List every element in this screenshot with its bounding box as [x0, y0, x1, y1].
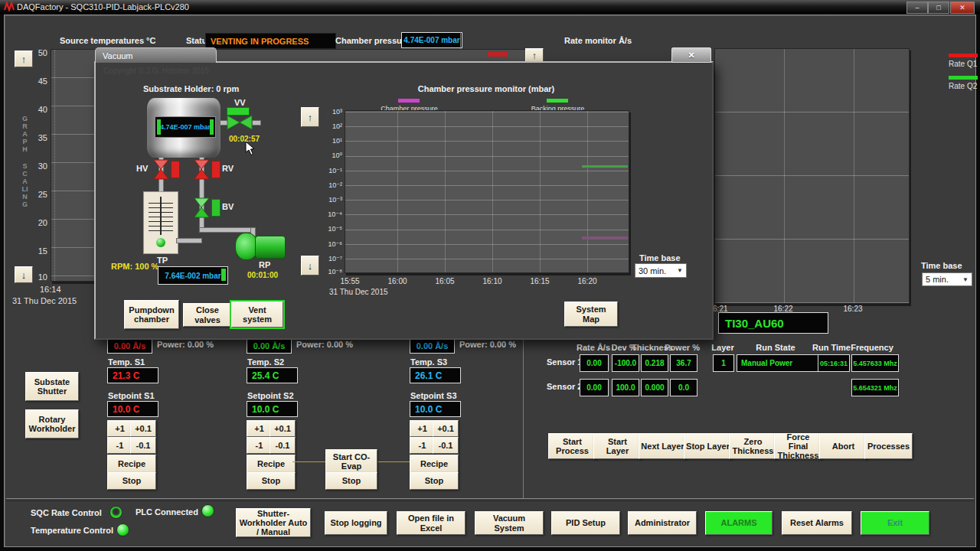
rate-q1-legend: Rate Q1	[949, 60, 977, 68]
system-map-button[interactable]: System Map	[564, 302, 618, 327]
rp-label: RP	[259, 260, 270, 269]
s2-minus01-button[interactable]: -0.1	[270, 437, 296, 454]
s1-minus1-button[interactable]: -1	[107, 437, 132, 454]
status-value: VENTING IN PROGRESS	[211, 37, 309, 46]
processes-button[interactable]: Processes	[864, 433, 913, 459]
temp-chart-date: 31 Thu Dec 2015	[12, 296, 77, 305]
s1-recipe-button[interactable]: Recipe	[107, 455, 156, 473]
administrator-button[interactable]: Administrator	[628, 511, 697, 535]
maximize-button[interactable]: □	[928, 2, 949, 14]
col-header-runstate: Run State	[745, 343, 806, 352]
stop-logging-button[interactable]: Stop logging	[325, 511, 387, 535]
pid-setup-button[interactable]: PID Setup	[551, 511, 620, 535]
chamber-display-value: 4.74E-007 mbar	[160, 123, 211, 131]
s1-rate: 0.00 Å/s	[114, 341, 146, 350]
rv-valve-label: RV	[222, 164, 234, 173]
backing-pressure-swatch	[547, 99, 568, 103]
start-process-button[interactable]: Start Process	[548, 433, 596, 459]
pressure-scale-down-button[interactable]: ↓	[301, 256, 319, 276]
next-layer-button[interactable]: Next Layer	[639, 433, 687, 459]
backing-pressure-trace	[582, 165, 628, 168]
pressure-time-base-label: Time base	[639, 253, 681, 262]
exit-button[interactable]: Exit	[861, 511, 929, 535]
s1-plus01-button[interactable]: +0.1	[130, 420, 156, 437]
start-coevap-button[interactable]: Start CO-Evap	[325, 449, 377, 474]
sensor1-label: Sensor 1	[547, 357, 582, 367]
s3-recipe-button[interactable]: Recipe	[410, 455, 459, 473]
s2-stop-button[interactable]: Stop	[247, 472, 296, 490]
s1-rate-box: 0.00 Å/s	[107, 337, 152, 354]
footer-divider	[6, 498, 974, 501]
substate-shutter-button[interactable]: Substate Shutter	[25, 372, 79, 401]
vent-system-button[interactable]: Vent system	[231, 302, 283, 328]
s3-plus1-button[interactable]: +1	[410, 420, 435, 437]
bv-valve[interactable]	[194, 197, 210, 221]
vacuum-dialog: Copyright © J.G. Holstein 2015 Substrate…	[94, 61, 714, 340]
s3-setpoint: 10.0 C	[415, 404, 442, 415]
bv-valve-label: BV	[222, 202, 234, 211]
dialog-title-tab[interactable]: Vacuum	[95, 47, 217, 63]
alarms-button[interactable]: ALARMS	[705, 511, 773, 535]
abort-button[interactable]: Abort	[819, 433, 867, 459]
coevap-stop-button[interactable]: Stop	[325, 472, 377, 490]
rotary-workholder-button[interactable]: Rotary Workholder	[25, 409, 79, 439]
pressure-scale-up-button[interactable]: ↑	[301, 107, 319, 127]
hv-actuator	[171, 161, 180, 178]
rv-valve[interactable]	[194, 159, 210, 183]
reset-alarms-button[interactable]: Reset Alarms	[782, 511, 852, 535]
pumpdown-chamber-button[interactable]: Pumpdown chamber	[124, 300, 179, 329]
s2-temp-label: Temp. S2	[247, 357, 284, 367]
sensor1-rate: 0.00	[586, 359, 601, 367]
pipe	[200, 228, 255, 232]
stop-layer-button[interactable]: Stop Layer	[684, 433, 732, 459]
s3-rate: 0.00 Å/s	[416, 341, 449, 350]
s3-plus01-button[interactable]: +0.1	[433, 420, 459, 437]
y-tick: 35	[31, 133, 47, 142]
close-button[interactable]: ✕	[950, 2, 975, 14]
s1-stop-button[interactable]: Stop	[107, 472, 156, 490]
s1-minus01-button[interactable]: -0.1	[130, 437, 156, 454]
display-bar-right	[210, 119, 214, 135]
turbo-pump[interactable]	[143, 191, 178, 254]
close-valves-button[interactable]: Close valves	[183, 303, 232, 327]
s2-minus1-button[interactable]: -1	[247, 437, 272, 454]
daqfactory-logo-icon	[3, 2, 15, 13]
s2-plus1-button[interactable]: +1	[247, 420, 272, 437]
log-tick: 10¹	[321, 137, 342, 145]
hv-valve[interactable]	[153, 159, 169, 183]
chamber-pressure-label: Chamber pressure	[335, 36, 410, 45]
log-tick: 10²	[321, 122, 342, 130]
open-excel-button[interactable]: Open file in Excel	[397, 511, 466, 535]
sensor1-power: 36.7	[676, 359, 691, 367]
y-tick: 10	[31, 272, 47, 282]
vv-valve[interactable]	[227, 115, 253, 133]
s3-rate-box: 0.00 Å/s	[410, 337, 455, 354]
rate-scale-up-button[interactable]: ↑	[525, 48, 544, 62]
s1-plus1-button[interactable]: +1	[107, 420, 132, 437]
start-layer-button[interactable]: Start Layer	[593, 433, 642, 459]
rate-monitor-label: Rate monitor Å/s	[564, 36, 632, 45]
force-final-thickness-button[interactable]: Force Final Thickness	[774, 433, 822, 459]
dialog-close-button[interactable]: ✕	[671, 47, 711, 63]
s3-minus01-button[interactable]: -0.1	[433, 437, 459, 454]
s2-rate: 0.00 Å/s	[253, 341, 286, 350]
minimize-button[interactable]: ‒	[906, 2, 928, 14]
sensor1-runstate-box: Manual Power	[737, 354, 820, 372]
s2-recipe-button[interactable]: Recipe	[247, 455, 296, 473]
shutter-workholder-button[interactable]: Shutter-Workholder Auto / Manual	[236, 508, 311, 537]
pressure-time-base-select[interactable]: 30 min. ▼	[635, 263, 687, 278]
chevron-down-icon: ▼	[962, 276, 969, 283]
backing-pressure-display: 7.64E-002 mbar	[158, 266, 228, 285]
vacuum-system-button[interactable]: Vacuum System	[475, 511, 544, 535]
s3-stop-button[interactable]: Stop	[410, 472, 459, 490]
zero-thickness-button[interactable]: Zero Thickness	[729, 433, 777, 459]
rate-q2-swatch	[949, 76, 978, 80]
time-tick: 16:20	[572, 277, 603, 285]
s2-plus01-button[interactable]: +0.1	[270, 420, 296, 437]
bv-actuator	[211, 199, 220, 217]
backing-display-value: 7.64E-002 mbar	[165, 272, 220, 280]
rate-time-base-select[interactable]: 5 min. ▼	[922, 272, 972, 286]
s3-minus1-button[interactable]: -1	[410, 437, 435, 454]
rv-actuator	[211, 161, 220, 178]
sensor1-runtime-box: 05:16:31	[818, 354, 850, 372]
